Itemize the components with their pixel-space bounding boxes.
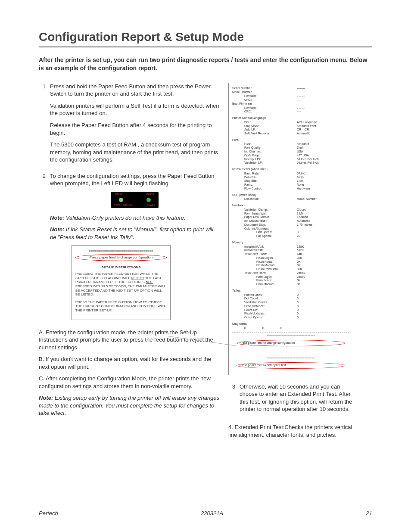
- report-row: Auto LF:CR = CR: [232, 128, 349, 132]
- row-k: Diag Mode:: [232, 124, 297, 128]
- report-printtest-oval: Press paper feed to enter print test: [237, 362, 345, 369]
- report-row: Ram Fonts:0K: [232, 279, 349, 283]
- row-k: Installed RAM:: [232, 245, 297, 249]
- led-ink-icon: [119, 198, 123, 202]
- report-row: Flash Raw Data:32K: [232, 268, 349, 271]
- serial-k: Serial Number:: [232, 87, 297, 90]
- setup-p2: PRESS THE PAPER FEED BUTTON NOW TO REJEC…: [75, 300, 167, 313]
- report-row: Ram Logos:24560: [232, 275, 349, 279]
- row-k: Cover Opens:: [232, 316, 297, 320]
- row-k: Validation Clamp:: [232, 208, 297, 212]
- row-k: Printed Lines:: [232, 293, 297, 297]
- report-row: Flash Fonts0K: [232, 260, 349, 264]
- row-v: 32K: [297, 256, 349, 260]
- diag-v: 0: [262, 327, 280, 330]
- row-v: - -- ---: [297, 106, 349, 110]
- row-k: Ram Fonts:: [232, 279, 297, 283]
- title-rule: [39, 47, 372, 47]
- row-v: None: [297, 183, 349, 187]
- step-3-p1: Otherwise, wait 10 seconds and you can c…: [240, 383, 353, 413]
- note-body: Exiting setup early by turning the print…: [39, 395, 219, 416]
- row-k: Column Alignment: [232, 227, 297, 231]
- bootfw-title: Boot Firmware: [232, 102, 349, 106]
- row-k: Validation LPI:: [232, 161, 297, 165]
- report-row: Ink Status Reset:Automatic: [232, 219, 349, 223]
- footer-right: 21: [366, 510, 372, 516]
- row-k: Flash Updates:: [232, 312, 297, 316]
- setup-change-oval: Press paper feed to change configuration: [75, 254, 167, 261]
- row-v: 437 USA: [297, 154, 349, 158]
- report-row: Form Insert Wait:1 Min: [232, 212, 349, 216]
- led-power-icon: [146, 198, 151, 202]
- report-row: Validation LPI:6 Lines Per Inch: [232, 161, 349, 165]
- row-v: 10: [297, 234, 349, 238]
- row-v: 0K: [297, 260, 349, 264]
- led-label-paper: PAPER: [115, 193, 123, 196]
- note-body: If Ink Status Reset is set to "Manual", …: [50, 226, 213, 240]
- note-body: Validation-Only printers do not have thi…: [64, 215, 185, 221]
- row-v: 0: [297, 297, 349, 301]
- row-k: Parity:: [232, 183, 297, 187]
- row-k: Baud Rate:: [232, 172, 297, 176]
- row-v: 8-bits: [297, 176, 349, 180]
- row-k: Validation Opens:: [232, 301, 297, 305]
- report-row: Installed ROM:512K: [232, 249, 349, 252]
- report-row: Code Page:437 USA: [232, 154, 349, 158]
- report-row: Parity:None: [232, 183, 349, 187]
- step-1-p1: Press and hold the Paper Feed Button and…: [50, 83, 220, 98]
- usb-section: USB (when used) Descriptor:Model Number: [232, 193, 349, 202]
- row-k: Descriptor:: [232, 197, 297, 201]
- note-label: Note:: [50, 215, 64, 221]
- report-row: Validation Opens:0: [232, 301, 349, 305]
- abc-note: Note: Exiting setup early by turning the…: [39, 394, 220, 417]
- section-title: USB (when used): [232, 193, 349, 197]
- led-panel-graphic: PAPER ERROR INK LOW FORM POWER: [111, 192, 159, 208]
- row-k: Flash Raw Data:: [232, 268, 297, 271]
- row-v: 1.75 Inches: [297, 223, 349, 227]
- intro-text: After the printer is set up, you can run…: [39, 56, 372, 72]
- note-label: Note:: [50, 226, 64, 233]
- report-row: Intl Char set:USA: [232, 150, 349, 154]
- right-text-block: 3 Otherwise, wait 10 seconds and you can…: [228, 383, 353, 439]
- report-row: Font:Standard: [232, 143, 349, 146]
- led-label-inklow: INK LOW: [123, 204, 132, 207]
- row-k: Full Speed:: [232, 234, 297, 238]
- row-v: Enabled: [297, 215, 349, 219]
- report-row: Hours On:0: [232, 308, 349, 312]
- footer-center: 220321A: [201, 510, 223, 516]
- report-row: Document Stop:1.75 Inches: [232, 223, 349, 227]
- report-row: Font Quality:Draft: [232, 146, 349, 150]
- report-row: Validation Clamp:Closed: [232, 208, 349, 212]
- row-k: Ram Logos:: [232, 275, 297, 279]
- row-k: Font:: [232, 143, 297, 146]
- step-number: 2: [39, 172, 46, 324]
- row-v: 32K: [297, 268, 349, 271]
- report-row: Printed Lines:0: [232, 293, 349, 297]
- step-1-p2: Validation printers will perform a Self …: [50, 102, 220, 117]
- row-k: CRC:: [232, 98, 297, 102]
- report-row: Flow Control:Hardware: [232, 187, 349, 191]
- row-k: Stop Bits:: [232, 179, 297, 183]
- row-v: 24560: [297, 275, 349, 279]
- report-row: Diag Mode:Standard Print: [232, 124, 349, 128]
- step-2: 2 To change the configuration settings, …: [39, 172, 220, 324]
- hardware-section: Hardware Validation Clamp:ClosedForm Ins…: [232, 204, 349, 238]
- row-v: Standard Print: [297, 124, 349, 128]
- row-v: Hardware: [297, 187, 349, 191]
- row-v: 128K: [297, 245, 349, 249]
- rs232-section: RS232 Serial (when used) Baud Rate:57.6K…: [232, 168, 349, 191]
- row-v: 0: [297, 301, 349, 305]
- led-label-error: ERROR: [146, 193, 154, 196]
- row-k: Intl Char set:: [232, 150, 297, 154]
- row-k: Revision:: [232, 94, 297, 98]
- report-row: Half Speed:3: [232, 230, 349, 234]
- step-4: 4. Extended Print Test:Checks the printe…: [228, 423, 353, 439]
- step-2-note-2: Note: If Ink Status Reset is set to "Man…: [50, 226, 220, 241]
- left-column: 1 Press and hold the Paper Feed Button a…: [39, 83, 220, 445]
- row-v: 0: [297, 316, 349, 320]
- page-footer: Pertech 220321A 21: [39, 510, 372, 516]
- row-v: 24560: [297, 271, 349, 275]
- row-k: Ram Macros:: [232, 283, 297, 286]
- diag-values: 0 0 0: [232, 327, 349, 330]
- step-number: 1: [39, 83, 46, 168]
